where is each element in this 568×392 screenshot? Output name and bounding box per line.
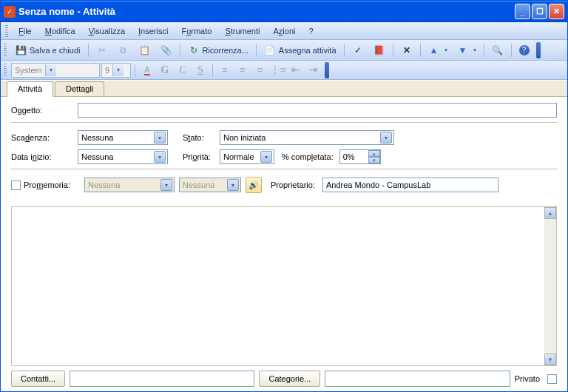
indent-button[interactable]: ⇥ [305, 62, 322, 78]
align-center-button[interactable]: ≡ [234, 62, 251, 78]
recurrence-button[interactable]: ↻ Ricorrenza... [183, 42, 253, 58]
categorie-button[interactable]: Categorie... [259, 371, 320, 387]
label-scadenza: Scadenza: [11, 133, 78, 142]
datainizio-select[interactable]: Nessuna▾ [78, 149, 168, 164]
copy-icon: ⧉ [118, 44, 129, 56]
menu-visualizza[interactable]: Visualizza [83, 24, 131, 38]
attach-button[interactable]: 📎 [156, 42, 177, 58]
fontsize-combo[interactable]: 9▾ [101, 63, 131, 78]
find-icon: 🔍 [492, 44, 504, 56]
proprietario-input[interactable] [322, 178, 498, 192]
down-arrow-icon: ▼ [457, 44, 469, 56]
window-title: Senza nome - Attività [18, 6, 515, 17]
align-left-button[interactable]: ≡ [217, 62, 233, 78]
categorie-field[interactable] [325, 371, 510, 387]
promemoria-date-select: Nessuna▾ [84, 178, 175, 192]
fmtbar-options[interactable] [325, 62, 329, 78]
prev-button[interactable]: ▲▾ [424, 42, 452, 58]
chevron-down-icon: ▾ [380, 132, 392, 143]
chevron-down-icon: ▾ [154, 151, 166, 163]
menubar-grip[interactable] [5, 25, 8, 37]
scadenza-select[interactable]: Nessuna▾ [78, 130, 168, 145]
menu-help[interactable]: ? [302, 24, 319, 38]
toolbar-options[interactable] [536, 42, 541, 58]
paste-button[interactable]: 📋 [135, 42, 155, 58]
scrollbar[interactable]: ▲ ▼ [544, 207, 556, 365]
privato-checkbox[interactable] [547, 374, 557, 384]
align-right-button[interactable]: ≡ [252, 62, 268, 78]
assign-task-button[interactable]: 📄 Assegna attività [260, 42, 341, 58]
label-promemoria: Promemoria: [24, 180, 75, 189]
contatti-field[interactable] [70, 371, 254, 387]
help-button[interactable]: ? [515, 42, 534, 58]
label-stato: Stato: [183, 133, 220, 142]
menu-inserisci[interactable]: Inserisci [132, 24, 174, 38]
paperclip-icon: 📎 [160, 44, 172, 56]
save-icon: 💾 [15, 44, 27, 56]
reminder-sound-button[interactable]: 🔊 [246, 177, 262, 193]
copy-button[interactable]: ⧉ [113, 42, 134, 58]
italic-button[interactable]: C [175, 62, 191, 78]
underline-button[interactable]: S [192, 62, 209, 78]
chevron-down-icon: ▾ [227, 179, 239, 191]
bullets-button[interactable]: ⋮≡ [270, 62, 286, 78]
fmtbar-grip[interactable] [4, 64, 7, 77]
close-button[interactable]: ✕ [549, 4, 564, 19]
spin-down-icon[interactable]: ▼ [368, 157, 380, 163]
save-close-button[interactable]: 💾 Salva e chiudi [10, 42, 85, 58]
priorita-select[interactable]: Normale▾ [220, 149, 274, 164]
addressbook-button[interactable]: 📕 [369, 42, 390, 58]
delete-icon: ✕ [401, 44, 413, 56]
minimize-button[interactable]: _ [515, 4, 530, 19]
cut-button[interactable]: ✂ [92, 42, 112, 58]
completata-spinner[interactable]: 0%▲▼ [339, 149, 381, 164]
task-window: ✓ Senza nome - Attività _ ☐ ✕ File Modif… [0, 0, 568, 392]
tabs: Attività Dettagli [1, 81, 567, 97]
save-close-label: Salva e chiudi [30, 46, 81, 55]
delete-button[interactable]: ✕ [396, 42, 417, 58]
spin-up-icon[interactable]: ▲ [368, 150, 380, 157]
app-icon: ✓ [4, 6, 16, 18]
menu-azioni[interactable]: Azioni [267, 24, 301, 38]
titlebar[interactable]: ✓ Senza nome - Attività _ ☐ ✕ [1, 1, 567, 22]
toolbar-grip[interactable] [4, 44, 7, 57]
maximize-button[interactable]: ☐ [532, 4, 547, 19]
book-icon: 📕 [373, 44, 385, 56]
body-textarea[interactable]: ▲ ▼ [11, 206, 557, 366]
menu-formato[interactable]: Formato [175, 24, 217, 38]
next-button[interactable]: ▼▾ [453, 42, 481, 58]
tab-dettagli[interactable]: Dettagli [55, 81, 104, 96]
find-button[interactable]: 🔍 [487, 42, 508, 58]
form-area: Oggetto: Scadenza: Nessuna▾ Stato: Non i… [1, 97, 567, 203]
menu-modifica[interactable]: Modifica [39, 24, 81, 38]
fontcolor-button[interactable]: A [139, 62, 155, 78]
check-icon: ✓ [352, 44, 364, 56]
help-icon: ? [519, 45, 530, 55]
stato-select[interactable]: Non iniziata▾ [220, 130, 394, 145]
assign-icon: 📄 [264, 44, 276, 56]
assign-label: Assegna attività [279, 46, 337, 55]
menu-file[interactable]: File [13, 24, 38, 38]
oggetto-input[interactable] [78, 103, 557, 118]
scroll-up-icon[interactable]: ▲ [544, 207, 556, 219]
chevron-down-icon: ▾ [160, 179, 172, 191]
font-combo[interactable]: System▾ [11, 63, 100, 78]
label-completata: % completata: [282, 152, 334, 161]
label-oggetto: Oggetto: [11, 106, 78, 115]
promemoria-checkbox[interactable] [11, 180, 21, 190]
paste-icon: 📋 [139, 44, 151, 56]
menu-strumenti[interactable]: Strumenti [219, 24, 266, 38]
label-privato: Privato [515, 374, 540, 383]
chevron-down-icon: ▾ [260, 151, 272, 163]
promemoria-time-select: Nessuna▾ [179, 178, 241, 192]
bold-button[interactable]: G [157, 62, 173, 78]
mark-complete-button[interactable]: ✓ [348, 42, 368, 58]
tab-attivita[interactable]: Attività [7, 81, 53, 97]
outdent-button[interactable]: ⇤ [288, 62, 304, 78]
recurrence-icon: ↻ [188, 44, 200, 56]
contatti-button[interactable]: Contatti... [11, 371, 65, 387]
scroll-down-icon[interactable]: ▼ [544, 354, 556, 365]
label-priorita: Priorità: [183, 152, 220, 161]
label-datainizio: Data inizio: [11, 152, 78, 161]
cut-icon: ✂ [96, 44, 108, 56]
